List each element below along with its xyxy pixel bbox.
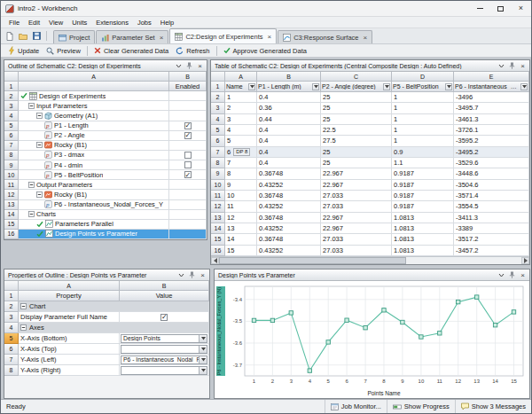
outline-item-charts[interactable]: Charts <box>19 210 169 220</box>
table-row-number[interactable]: 2 <box>211 92 225 103</box>
job-monitor-button[interactable]: Job Monitor... <box>325 400 387 413</box>
menu-file[interactable]: File <box>4 18 24 27</box>
table-cell[interactable]: -3496 <box>454 92 529 103</box>
outline-item-design-of-experiments[interactable]: Design of Experiments <box>19 91 169 101</box>
table-cell[interactable]: 1 <box>392 125 454 136</box>
table-cell[interactable]: -3595.2 <box>454 136 529 146</box>
table-column-letter-c[interactable]: C <box>321 72 392 82</box>
table-row-number[interactable]: 11 <box>211 191 225 201</box>
table-cell[interactable]: -3726.1 <box>454 125 529 136</box>
outline-item-geometry-a1[interactable]: Geometry (A1) <box>19 111 169 121</box>
filter-dropdown-icon[interactable] <box>383 83 390 90</box>
table-cell[interactable]: 0.4 <box>257 136 321 146</box>
checkbox-unchecked[interactable] <box>184 152 192 159</box>
table-cell[interactable]: 25 <box>321 147 392 158</box>
outline-column-letter-a[interactable]: A <box>19 72 169 82</box>
table-cell[interactable]: 25 <box>321 158 392 168</box>
close-panel-icon[interactable]: × <box>519 62 527 70</box>
table-cell[interactable]: 0.4 <box>257 147 321 158</box>
outline-enabled-cell[interactable] <box>169 160 207 170</box>
table-cell[interactable]: -3411.3 <box>454 213 529 223</box>
menu-extensions[interactable]: Extensions <box>91 18 133 27</box>
table-cell-name[interactable]: 2 <box>225 103 257 113</box>
table-cell-name[interactable]: 10 <box>225 191 257 201</box>
properties-column-letter-b[interactable]: B <box>120 281 209 291</box>
table-cell[interactable]: 0.44 <box>257 114 321 125</box>
table-row-number[interactable]: 12 <box>211 201 225 212</box>
outline-item-rocky-b1[interactable]: Rocky (B1) <box>19 141 169 151</box>
properties-row-number[interactable]: 2 <box>4 301 19 312</box>
dropdown-x-axis-top[interactable] <box>121 345 207 354</box>
collapse-icon[interactable] <box>28 182 35 188</box>
table-cell-name[interactable]: 9 <box>225 180 257 191</box>
table-header-p2-angle-degree[interactable]: P2 - Angle (degree) <box>321 82 392 92</box>
chevron-down-icon[interactable] <box>177 271 185 279</box>
outline-item-p5-beltposition[interactable]: pP5 - BeltPosition <box>19 170 169 180</box>
collapse-icon[interactable] <box>36 113 43 119</box>
dropdown-arrow-icon[interactable] <box>199 356 207 363</box>
table-cell[interactable]: 0.4 <box>257 125 321 136</box>
table-cell[interactable]: 0.36748 <box>257 168 321 179</box>
table-cell-name[interactable]: 14 <box>225 234 257 245</box>
outline-row-number[interactable]: 16 <box>4 230 19 239</box>
menu-units[interactable]: Units <box>67 18 91 27</box>
table-row-number[interactable]: 4 <box>211 114 225 125</box>
pin-icon[interactable] <box>508 271 516 279</box>
table-row-number[interactable]: 5 <box>211 125 225 136</box>
maximize-button[interactable] <box>490 1 511 16</box>
table-row-number[interactable]: 8 <box>211 158 225 168</box>
collapse-icon[interactable] <box>20 324 27 331</box>
table-cell-name[interactable]: 7 <box>225 158 257 168</box>
open-button[interactable] <box>17 30 29 43</box>
table-cell[interactable]: 0.36 <box>257 103 321 113</box>
pin-icon[interactable] <box>188 271 196 279</box>
new-button[interactable] <box>4 30 16 43</box>
outline-enabled-cell[interactable] <box>169 151 207 160</box>
table-cell[interactable]: -3389 <box>454 223 529 234</box>
table-cell[interactable]: -3461.3 <box>454 114 529 125</box>
table-cell[interactable]: -3529.6 <box>454 158 529 168</box>
table-header-p6-instantaneous-nodal-forces-y[interactable]: P6 - Instantaneous_Nodal_Forces_Y <box>454 82 529 92</box>
save-button[interactable] <box>30 30 43 43</box>
filter-dropdown-icon[interactable] <box>445 83 452 90</box>
table-cell[interactable]: -3448.6 <box>454 168 529 179</box>
outline-row-number[interactable]: 13 <box>4 200 19 210</box>
table-cell[interactable]: 22.5 <box>321 125 392 136</box>
table-row-number[interactable]: 15 <box>211 234 225 245</box>
outline-item-p2-angle[interactable]: pP2 - Angle <box>19 131 169 141</box>
dropdown-x-axis-bottom[interactable]: Design Points <box>121 334 207 343</box>
chevron-down-icon[interactable] <box>497 62 505 70</box>
outline-row-number[interactable]: 7 <box>4 141 19 151</box>
table-cell[interactable]: 27.033 <box>321 246 392 256</box>
outline-item-parameters-parallel[interactable]: Parameters Parallel <box>19 220 169 230</box>
table-cell[interactable]: 0.4 <box>257 158 321 168</box>
outline-row-number[interactable]: 15 <box>4 220 19 230</box>
outline-item-p3-dmax[interactable]: pP3 - dmax <box>19 151 169 160</box>
filter-dropdown-icon[interactable] <box>520 83 528 90</box>
table-header-p5-beltposition[interactable]: P5 - BeltPosition <box>392 82 454 92</box>
table-cell[interactable]: 0.43252 <box>257 223 321 234</box>
table-cell[interactable]: -3504.6 <box>454 180 529 191</box>
scrollbar-thumb[interactable] <box>219 257 406 264</box>
table-cell-name[interactable]: 1 <box>225 92 257 103</box>
table-column-letter-e[interactable]: E <box>454 72 529 82</box>
approve-generated-data-button[interactable]: Approve Generated Data <box>220 46 310 56</box>
dropdown-y-axis-left[interactable]: P6 - Instantaneous_Nodal_Forc... <box>121 355 207 364</box>
close-panel-icon[interactable]: × <box>196 62 204 70</box>
update-button[interactable]: Update <box>4 45 43 56</box>
outline-row-number[interactable]: 8 <box>4 151 19 160</box>
scroll-right-button[interactable] <box>521 257 529 264</box>
table-cell[interactable]: 27.5 <box>321 136 392 146</box>
table-cell[interactable]: 1.0813 <box>392 234 454 245</box>
dropdown-arrow-icon[interactable] <box>199 335 207 342</box>
checkbox-unchecked[interactable] <box>184 161 192 168</box>
outline-column-letter-b[interactable]: B <box>169 72 207 82</box>
collapse-icon[interactable] <box>36 142 43 148</box>
tab-close-icon[interactable]: × <box>160 34 164 42</box>
close-button[interactable]: × <box>511 1 531 16</box>
table-cell[interactable]: 0.9 <box>392 147 454 158</box>
table-cell[interactable]: 22.967 <box>321 213 392 223</box>
table-cell[interactable]: 0.36748 <box>257 213 321 223</box>
outline-enabled-cell[interactable] <box>169 131 207 141</box>
table-cell[interactable]: -3554.5 <box>454 201 529 212</box>
